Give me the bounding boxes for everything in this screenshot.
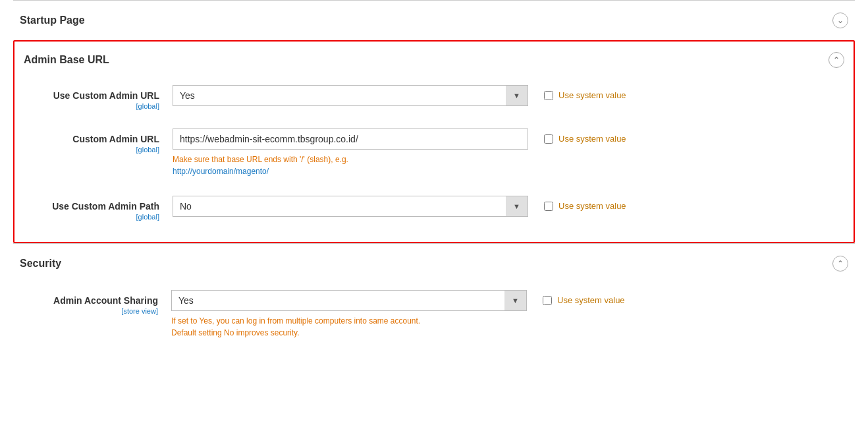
admin-account-sharing-label: Admin Account Sharing — [26, 295, 158, 306]
use-custom-admin-url-system-label: Use system value — [558, 90, 626, 100]
startup-page-header[interactable]: Startup Page ⌄ — [13, 1, 855, 40]
use-custom-admin-url-control: Yes No — [173, 85, 528, 106]
security-header[interactable]: Security ⌃ — [13, 244, 855, 283]
custom-admin-url-hint: Make sure that base URL ends with '/' (s… — [173, 154, 528, 177]
use-custom-admin-url-row: Use Custom Admin URL [global] Yes No Use… — [28, 85, 840, 110]
custom-admin-url-row: Custom Admin URL [global] Make sure that… — [28, 129, 840, 177]
admin-account-sharing-scope: [store view] — [26, 307, 158, 315]
admin-base-url-header[interactable]: Admin Base URL ⌃ — [14, 42, 854, 78]
use-custom-admin-url-label-group: Use Custom Admin URL [global] — [28, 85, 173, 110]
use-custom-admin-path-scope: [global] — [28, 213, 159, 221]
admin-account-sharing-control: Yes No If set to Yes, you can log in fro… — [171, 290, 527, 339]
custom-admin-url-hint-link: http://yourdomain/magento/ — [173, 167, 269, 176]
startup-page-toggle-icon[interactable]: ⌄ — [832, 13, 848, 28]
use-custom-admin-url-select-wrapper: Yes No — [173, 85, 528, 106]
admin-base-url-section: Admin Base URL ⌃ Use Custom Admin URL [g… — [13, 40, 855, 243]
custom-admin-url-scope: [global] — [28, 146, 159, 154]
use-custom-admin-path-system-label: Use system value — [558, 201, 626, 211]
security-section: Security ⌃ Admin Account Sharing [store … — [13, 243, 855, 360]
admin-account-sharing-row: Admin Account Sharing [store view] Yes N… — [26, 290, 842, 339]
admin-account-sharing-system-label: Use system value — [557, 295, 625, 305]
use-custom-admin-path-label-group: Use Custom Admin Path [global] — [28, 196, 173, 221]
custom-admin-url-system-label: Use system value — [558, 134, 626, 144]
admin-base-url-body: Use Custom Admin URL [global] Yes No Use… — [14, 78, 854, 242]
admin-account-sharing-select-wrapper: Yes No — [171, 290, 527, 311]
security-body: Admin Account Sharing [store view] Yes N… — [13, 283, 855, 360]
admin-account-sharing-system-value: Use system value — [543, 290, 625, 305]
admin-base-url-toggle-icon[interactable]: ⌃ — [828, 52, 844, 68]
admin-account-sharing-label-group: Admin Account Sharing [store view] — [26, 290, 171, 315]
custom-admin-url-input[interactable] — [173, 129, 528, 150]
use-custom-admin-path-control: No Yes — [173, 196, 528, 217]
use-custom-admin-path-system-value: Use system value — [544, 196, 626, 211]
admin-account-sharing-select[interactable]: Yes No — [171, 290, 527, 311]
custom-admin-url-label-group: Custom Admin URL [global] — [28, 129, 173, 154]
use-custom-admin-url-scope: [global] — [28, 102, 159, 110]
use-custom-admin-url-system-value: Use system value — [544, 85, 626, 100]
use-custom-admin-url-select[interactable]: Yes No — [173, 85, 528, 106]
use-custom-admin-path-checkbox[interactable] — [544, 202, 553, 211]
custom-admin-url-system-value: Use system value — [544, 129, 626, 144]
use-custom-admin-url-label: Use Custom Admin URL — [28, 90, 159, 101]
custom-admin-url-control: Make sure that base URL ends with '/' (s… — [173, 129, 528, 177]
admin-account-sharing-hint: If set to Yes, you can log in from multi… — [171, 315, 527, 339]
startup-page-section: Startup Page ⌄ — [13, 0, 855, 40]
use-custom-admin-path-select-wrapper: No Yes — [173, 196, 528, 217]
security-title: Security — [20, 258, 61, 270]
admin-account-sharing-checkbox[interactable] — [543, 296, 552, 305]
custom-admin-url-label: Custom Admin URL — [28, 134, 159, 144]
page-content: Startup Page ⌄ Admin Base URL ⌃ Use Cust… — [0, 0, 868, 360]
startup-page-title: Startup Page — [20, 14, 85, 26]
security-toggle-icon[interactable]: ⌃ — [832, 256, 848, 272]
use-custom-admin-path-select[interactable]: No Yes — [173, 196, 528, 217]
admin-base-url-title: Admin Base URL — [24, 54, 109, 66]
custom-admin-url-checkbox[interactable] — [544, 134, 553, 144]
use-custom-admin-path-row: Use Custom Admin Path [global] No Yes Us… — [28, 196, 840, 221]
use-custom-admin-path-label: Use Custom Admin Path — [28, 201, 159, 212]
use-custom-admin-url-checkbox[interactable] — [544, 91, 553, 100]
